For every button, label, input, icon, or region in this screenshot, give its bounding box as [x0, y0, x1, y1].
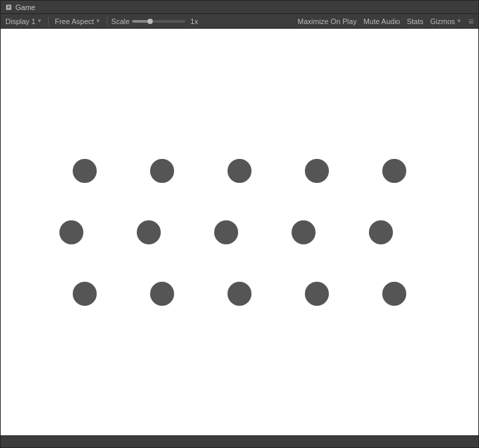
scale-label: Scale	[111, 17, 130, 25]
toolbar-menu-button[interactable]: ≡	[466, 17, 476, 26]
display-arrow: ▼	[37, 18, 42, 24]
svg-rect-2	[9, 5, 9, 8]
game-icon	[5, 3, 13, 11]
mute-label: Mute Audio	[364, 17, 400, 25]
dot	[382, 159, 406, 183]
dot	[292, 220, 316, 244]
dot	[227, 282, 252, 306]
stats-button[interactable]: Stats	[405, 17, 426, 26]
title-bar-label: Game	[15, 3, 35, 11]
dot	[150, 282, 174, 306]
aspect-dropdown[interactable]: Free Aspect ▼	[53, 17, 103, 26]
dot	[227, 159, 252, 183]
dot	[382, 282, 406, 306]
dot	[369, 220, 393, 244]
scale-slider[interactable]	[132, 20, 185, 23]
dot	[73, 159, 97, 183]
maximize-label: Maximize On Play	[298, 17, 357, 25]
dot	[305, 282, 329, 306]
dot	[214, 220, 238, 244]
dot-row-3	[46, 263, 433, 324]
title-bar: Game	[1, 1, 478, 14]
stats-label: Stats	[407, 17, 424, 25]
bottom-bar	[1, 435, 478, 447]
display-dropdown[interactable]: Display 1 ▼	[3, 17, 44, 26]
dot	[59, 220, 83, 244]
aspect-label: Free Aspect	[55, 17, 94, 25]
aspect-arrow: ▼	[95, 18, 101, 24]
dot-row-2	[33, 202, 420, 263]
maximize-on-play-button[interactable]: Maximize On Play	[296, 17, 359, 26]
mute-audio-button[interactable]: Mute Audio	[362, 17, 402, 26]
menu-icon: ≡	[468, 16, 474, 27]
toolbar: Display 1 ▼ Free Aspect ▼ Scale 1x Maxim…	[1, 14, 478, 29]
dot	[73, 282, 97, 306]
separator-2	[107, 17, 107, 26]
gizmos-arrow: ▼	[456, 18, 462, 24]
dot	[137, 220, 161, 244]
dots-grid	[46, 140, 433, 324]
dots-container	[1, 29, 478, 435]
gizmos-label: Gizmos	[430, 17, 455, 25]
separator-1	[48, 17, 49, 26]
dot-row-1	[46, 140, 433, 202]
gizmos-dropdown[interactable]: Gizmos ▼	[428, 17, 464, 26]
unity-game-window: Game Display 1 ▼ Free Aspect ▼ Scale 1x …	[0, 0, 479, 448]
display-label: Display 1	[5, 17, 35, 25]
scale-value: 1x	[190, 17, 198, 25]
game-viewport	[1, 29, 478, 435]
dot	[305, 159, 329, 183]
dot	[150, 159, 174, 183]
